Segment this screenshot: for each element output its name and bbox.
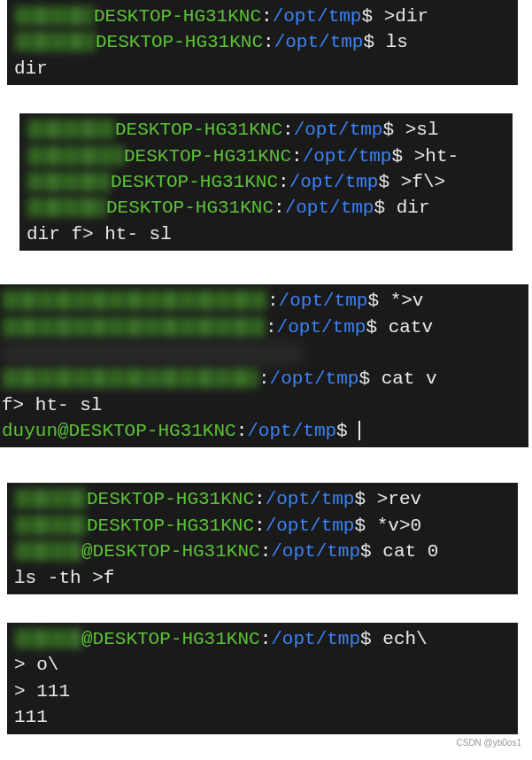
command-text: cat v — [382, 368, 437, 389]
prompt-line: duyun@DESKTOP-HG31KNC:/opt/tmp$ — [0, 418, 528, 444]
terminal-block-1: DESKTOP-HG31KNC:/opt/tmp$ >dir DESKTOP-H… — [7, 0, 518, 85]
continuation-text: > 111 — [14, 681, 70, 702]
continuation-text: > o\ — [14, 655, 58, 675]
output-line: dir — [7, 56, 518, 81]
censored-user — [14, 629, 81, 648]
prompt-line: DESKTOP-HG31KNC:/opt/tmp$ dir — [19, 195, 513, 221]
censored-user — [14, 516, 87, 535]
path-label: /opt/tmp — [273, 6, 362, 27]
censored-user — [27, 146, 124, 166]
path-label: /opt/tmp — [270, 368, 359, 389]
output-text: dir — [14, 58, 48, 79]
prompt-line: DESKTOP-HG31KNC:/opt/tmp$ *v>0 — [7, 513, 518, 539]
command-text: >f\> — [401, 172, 445, 192]
output-text: ls -th >f — [14, 568, 114, 588]
output-line: dir f> ht- sl — [19, 221, 513, 247]
host-label: DESKTOP-HG31KNC — [87, 489, 254, 509]
command-text: *>v — [390, 291, 424, 311]
censored-user — [27, 120, 115, 139]
path-label: /opt/tmp — [279, 291, 368, 311]
host-label: @DESKTOP-HG31KNC — [81, 629, 260, 649]
host-label: DESKTOP-HG31KNC — [124, 146, 291, 167]
censored-line — [0, 340, 528, 366]
output-line: 111 — [7, 704, 518, 730]
censored-user — [27, 198, 106, 217]
censored-user — [14, 489, 87, 508]
terminal-block-5: @DESKTOP-HG31KNC:/opt/tmp$ ech\ > o\ > 1… — [7, 623, 518, 734]
path-label: /opt/tmp — [274, 32, 364, 52]
censored-user — [27, 172, 111, 191]
command-text: ech\ — [382, 629, 427, 649]
prompt-line: @DESKTOP-HG31KNC:/opt/tmp$ cat 0 — [7, 539, 518, 564]
host-label: DESKTOP-HG31KNC — [94, 6, 261, 27]
output-line: ls -th >f — [7, 565, 518, 591]
prompt-line: :/opt/tmp$ cat v — [0, 366, 528, 392]
host-label: @DESKTOP-HG31KNC — [81, 541, 260, 562]
user-host-label: duyun@DESKTOP-HG31KNC — [2, 421, 236, 441]
path-label: /opt/tmp — [266, 516, 355, 536]
cursor — [359, 421, 360, 440]
host-label: DESKTOP-HG31KNC — [87, 516, 254, 536]
path-label: /opt/tmp — [289, 172, 379, 192]
path-label: /opt/tmp — [271, 629, 360, 649]
host-label: DESKTOP-HG31KNC — [96, 32, 263, 52]
host-label: DESKTOP-HG31KNC — [106, 198, 274, 218]
prompt-line: DESKTOP-HG31KNC:/opt/tmp$ ls — [7, 29, 518, 55]
command-text: dir — [397, 198, 430, 218]
censored-user — [2, 291, 267, 310]
command-text: cat 0 — [382, 541, 438, 562]
output-text: 111 — [14, 707, 48, 727]
prompt-line: :/opt/tmp$ *>v — [0, 288, 528, 314]
censored-user — [14, 541, 81, 561]
prompt-line: @DESKTOP-HG31KNC:/opt/tmp$ ech\ — [7, 626, 518, 652]
path-label: /opt/tmp — [266, 489, 355, 509]
censored-user — [2, 368, 258, 388]
command-text: ls — [386, 32, 408, 52]
command-text: >ht- — [414, 146, 459, 167]
censored-user — [14, 32, 96, 51]
prompt-line: DESKTOP-HG31KNC:/opt/tmp$ >f\> — [19, 169, 513, 195]
prompt-line: DESKTOP-HG31KNC:/opt/tmp$ >rev — [7, 486, 518, 512]
path-label: /opt/tmp — [285, 198, 374, 218]
continuation-line: > 111 — [7, 679, 518, 704]
path-label: /opt/tmp — [277, 317, 366, 337]
command-text: >rev — [377, 489, 421, 509]
host-label: DESKTOP-HG31KNC — [111, 172, 278, 192]
path-label: /opt/tmp — [303, 146, 392, 167]
path-label: /opt/tmp — [271, 541, 360, 562]
prompt-line: :/opt/tmp$ catv — [0, 314, 528, 340]
terminal-block-4: DESKTOP-HG31KNC:/opt/tmp$ >rev DESKTOP-H… — [7, 483, 518, 594]
censored-user — [14, 6, 94, 26]
prompt-line: DESKTOP-HG31KNC:/opt/tmp$ >sl — [19, 117, 513, 143]
prompt-line: DESKTOP-HG31KNC:/opt/tmp$ >dir — [7, 4, 518, 29]
command-text: >sl — [405, 120, 439, 140]
censored-gray — [2, 343, 303, 364]
terminal-block-3: :/opt/tmp$ *>v :/opt/tmp$ catv :/opt/tmp… — [0, 284, 528, 447]
command-text: catv — [389, 317, 433, 337]
censored-user — [2, 317, 266, 337]
output-text: dir f> ht- sl — [27, 224, 172, 244]
command-text: *v>0 — [377, 516, 421, 536]
path-label: /opt/tmp — [294, 120, 383, 140]
path-label: /opt/tmp — [247, 421, 336, 441]
continuation-line: > o\ — [7, 652, 518, 678]
output-line: f> ht- sl — [0, 392, 528, 418]
command-text: >dir — [384, 6, 428, 27]
host-label: DESKTOP-HG31KNC — [115, 120, 282, 140]
prompt-line: DESKTOP-HG31KNC:/opt/tmp$ >ht- — [19, 143, 513, 169]
terminal-block-2: DESKTOP-HG31KNC:/opt/tmp$ >sl DESKTOP-HG… — [19, 113, 513, 251]
output-text: f> ht- sl — [2, 395, 102, 415]
